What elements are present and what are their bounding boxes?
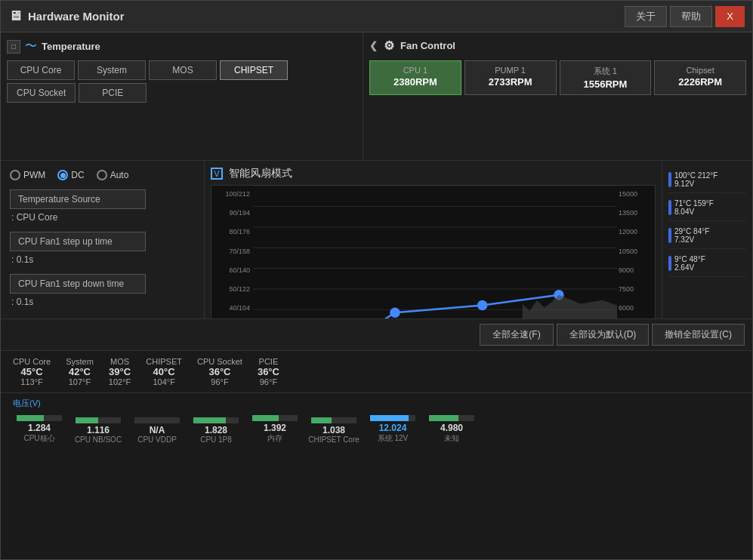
close-button[interactable]: X — [715, 6, 745, 27]
temperature-tabs-row2: CPU Socket PCIE — [7, 83, 356, 103]
tab-cpu-core[interactable]: CPU Core — [7, 60, 75, 80]
info-indicator-0 — [668, 172, 671, 187]
y-label-0: 100/212 — [214, 190, 250, 198]
step-up-button[interactable]: CPU Fan1 step up time — [10, 232, 146, 251]
mode-checkbox[interactable] — [211, 168, 223, 180]
temperature-tabs-row1: CPU Core System MOS CHIPSET — [7, 60, 356, 80]
y-rpm-2: 12000 — [619, 228, 653, 235]
y-rpm-5: 7500 — [619, 285, 653, 293]
y-rpm-3: 10500 — [619, 248, 653, 255]
fan-cards-grid: CPU 1 2380RPM PUMP 1 2733RPM 系统 1 1556RP… — [369, 60, 746, 95]
chart-mode-title: 智能风扇模式 — [229, 167, 292, 180]
chart-svg — [253, 186, 617, 318]
fan-card-pump1-rpm: 2733RPM — [471, 76, 550, 88]
voltage-bar-cpu-1p8 — [193, 417, 239, 423]
temp-source-value: : CPU Core — [10, 212, 195, 223]
info-values-0: 100°C 212°F 9.12V — [674, 171, 718, 188]
tab-chipset[interactable]: CHIPSET — [220, 60, 288, 80]
radio-pwm-circle — [10, 170, 20, 180]
cancel-all-button[interactable]: 撤销全部设置(C) — [652, 324, 745, 346]
temp-source-button[interactable]: Temperature Source — [10, 189, 146, 209]
radio-pwm[interactable]: PWM — [10, 170, 45, 180]
sensor-chipset-f: 104°F — [153, 377, 174, 386]
help-button[interactable]: 帮助 — [670, 6, 712, 27]
fan-card-pump1-name: PUMP 1 — [471, 66, 550, 75]
full-speed-button[interactable]: 全部全速(F) — [480, 324, 553, 346]
voltage-bar-memory-fill — [252, 415, 279, 421]
window-icon: 🖥 — [8, 8, 22, 24]
fan-card-sys1[interactable]: 系统 1 1556RPM — [560, 60, 652, 95]
y-label-4: 60/140 — [214, 266, 250, 274]
voltage-name-sys-12v: 系统 12V — [378, 433, 409, 444]
sensor-cpu-socket: CPU Socket 36°C 96°F — [197, 357, 242, 386]
tab-cpu-socket[interactable]: CPU Socket — [7, 83, 76, 103]
info-indicator-2 — [668, 228, 671, 243]
voltage-bar-unknown-fill — [429, 415, 458, 421]
wave-icon: 〜 — [25, 38, 37, 54]
voltage-bar-cpu-1p8-fill — [193, 417, 226, 423]
title-bar: 🖥 Hardware Monitor 关于 帮助 X — [1, 1, 752, 32]
fan-card-cpu1-name: CPU 1 — [376, 66, 455, 75]
y-labels-right: 15000 13500 12000 10500 9000 7500 6000 4… — [617, 186, 655, 318]
y-label-5: 50/122 — [214, 285, 250, 293]
voltage-name-unknown: 未知 — [444, 433, 459, 444]
sensor-chipset: CHIPSET 40°C 104°F — [146, 357, 182, 386]
fan-control-panel: ❮ ⚙ Fan Control CPU 1 2380RPM PUMP 1 273… — [363, 32, 752, 160]
tab-system[interactable]: System — [78, 60, 146, 80]
y-rpm-0: 15000 — [619, 190, 653, 198]
voltage-section-label: 电压(V) — [13, 398, 740, 409]
fan-card-pump1[interactable]: PUMP 1 2733RPM — [464, 60, 557, 95]
set-default-button[interactable]: 全部设为默认(D) — [557, 324, 650, 346]
y-rpm-6: 6000 — [619, 304, 653, 312]
voltage-bar-cpu-core-fill — [17, 415, 44, 421]
voltage-bar-cpu-core — [17, 415, 62, 421]
sensor-cpu-core-f: 113°F — [20, 377, 42, 386]
fan-card-chipset[interactable]: Chipset 2226RPM — [654, 60, 746, 95]
window-title: Hardware Monitor — [28, 10, 125, 23]
voltage-value-sys-12v: 12.024 — [379, 423, 407, 433]
voltage-bar-chipset-core-fill — [311, 417, 332, 423]
sensor-system-name: System — [66, 357, 94, 366]
step-down-button[interactable]: CPU Fan1 step down time — [10, 274, 146, 294]
temperature-panel: □ 〜 Temperature CPU Core System MOS CHIP… — [1, 32, 363, 160]
hardware-monitor-window: 🖥 Hardware Monitor 关于 帮助 X □ 〜 Temperatu… — [0, 0, 753, 560]
step-up-section: CPU Fan1 step up time : 0.1s — [10, 232, 195, 265]
chart-svg-container[interactable] — [253, 186, 617, 318]
info-voltage-1: 8.04V — [674, 208, 714, 216]
info-values-3: 9°C 48°F 2.64V — [674, 255, 705, 272]
radio-dc[interactable]: DC — [57, 170, 84, 180]
radio-pwm-label: PWM — [23, 170, 45, 180]
voltage-name-chipset-core: CHIPSET Core — [308, 435, 360, 444]
tab-pcie[interactable]: PCIE — [79, 83, 147, 103]
fan-nav-left[interactable]: ❮ — [369, 40, 378, 51]
voltage-bar-memory — [252, 415, 298, 421]
sensor-mos-f: 102°F — [109, 377, 131, 386]
radio-auto[interactable]: Auto — [97, 170, 129, 180]
collapse-button[interactable]: □ — [7, 40, 20, 54]
chart-area: 智能风扇模式 100/212 90/194 80/176 70/158 60/1… — [205, 161, 662, 318]
curve-point-2[interactable] — [390, 307, 400, 318]
info-temp-2: 29°C 84°F — [674, 227, 709, 235]
about-button[interactable]: 关于 — [625, 6, 667, 27]
tab-mos[interactable]: MOS — [149, 60, 217, 80]
fan-card-cpu1[interactable]: CPU 1 2380RPM — [369, 60, 461, 95]
step-down-section: CPU Fan1 step down time : 0.1s — [10, 274, 195, 307]
voltage-bar-chipset-core — [311, 417, 356, 423]
y-label-2: 80/176 — [214, 228, 250, 235]
y-rpm-4: 9000 — [619, 266, 653, 274]
fan-card-sys1-rpm: 1556RPM — [566, 78, 645, 90]
info-panel: 100°C 212°F 9.12V 71°C 159°F 8.04V 29°C … — [662, 161, 752, 318]
action-bar: 全部全速(F) 全部设为默认(D) 撤销全部设置(C) — [1, 318, 752, 351]
sensor-cpu-core-temp: 45°C — [21, 366, 43, 377]
voltage-value-cpu-1p8: 1.828 — [205, 425, 227, 435]
fan-card-chipset-rpm: 2226RPM — [661, 76, 739, 88]
step-down-value: : 0.1s — [10, 297, 195, 307]
voltage-value-cpu-vddp: N/A — [150, 425, 165, 435]
fan-card-cpu1-rpm: 2380RPM — [376, 76, 455, 88]
radio-auto-label: Auto — [110, 170, 129, 180]
fan-curve-line — [311, 295, 559, 318]
curve-point-3[interactable] — [477, 300, 487, 311]
title-bar-right: 关于 帮助 X — [625, 6, 745, 27]
info-row-1: 71°C 159°F 8.04V — [668, 195, 746, 221]
info-indicator-3 — [668, 256, 671, 271]
